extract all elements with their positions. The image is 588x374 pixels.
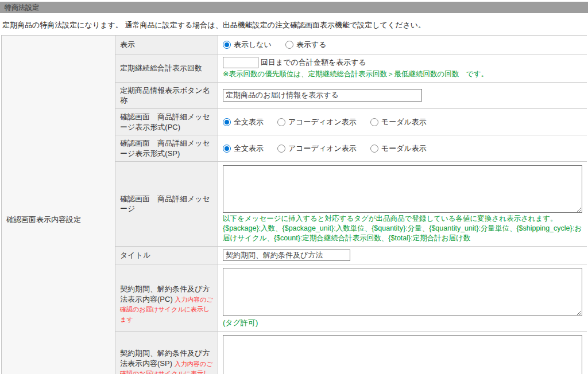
row-total-count: 定期継続総合計表示回数 回目までの合計金額を表示する ※表示回数の優先順位は、定… <box>115 54 587 83</box>
radio-unchecked-icon[interactable] <box>277 118 285 126</box>
row-message-label: 確認画面 商品詳細メッセージ <box>120 194 213 214</box>
row-message-label-cell: 確認画面 商品詳細メッセージ <box>115 162 218 246</box>
row-pc-format-label: 確認画面 商品詳細メッセージ表示形式(PC) <box>120 112 213 132</box>
page-title: 特商法設定 <box>5 3 39 11</box>
pc-format-radio-group: 全文表示 アコーディオン表示 モーダル表示 <box>223 117 582 127</box>
title-input[interactable] <box>223 250 350 261</box>
row-total-count-label: 定期継続総合計表示回数 <box>120 63 202 73</box>
page-description: 定期商品の特商法設定になります。 通常商品に設定する場合は、出品機能設定の注文確… <box>2 20 586 30</box>
radio-display-off-label: 表示しない <box>234 40 272 50</box>
row-pc-content-label-cell: 契約期間、解約条件及び方法表示内容(PC) 入力内容のご確認のお届けサイクルに表… <box>115 264 218 331</box>
row-title-label-cell: タイトル <box>115 247 218 264</box>
row-title-label: タイトル <box>120 250 150 260</box>
row-sp-format-label-cell: 確認画面 商品詳細メッセージ表示形式(SP) <box>115 135 218 161</box>
pc-content-textarea[interactable] <box>223 268 582 316</box>
row-pc-content: 契約期間、解約条件及び方法表示内容(PC) 入力内容のご確認のお届けサイクルに表… <box>115 264 587 332</box>
radio-pc-modal-label: モーダル表示 <box>381 117 427 127</box>
row-pc-format: 確認画面 商品詳細メッセージ表示形式(PC) 全文表示 アコーディオン表示 モー… <box>115 109 587 135</box>
radio-checked-icon[interactable] <box>223 41 231 49</box>
row-sp-content-label-cell: 契約期間、解約条件及び方法表示内容(SP) 入力内容のご確認のお届けサイクルに表… <box>115 332 218 374</box>
radio-sp-modal[interactable]: モーダル表示 <box>370 143 427 154</box>
radio-sp-accordion-label: アコーディオン表示 <box>288 143 357 154</box>
row-sp-format-label: 確認画面 商品詳細メッセージ表示形式(SP) <box>120 138 213 158</box>
row-display-label-cell: 表示 <box>115 36 218 54</box>
button-name-input[interactable] <box>223 89 422 102</box>
radio-unchecked-icon[interactable] <box>370 145 378 153</box>
radio-pc-full-label: 全文表示 <box>234 117 264 127</box>
radio-sp-modal-label: モーダル表示 <box>381 143 427 154</box>
message-textarea[interactable] <box>223 165 582 213</box>
radio-unchecked-icon[interactable] <box>285 41 293 49</box>
row-button-name: 定期商品情報表示ボタン名称 <box>115 83 587 109</box>
row-button-name-label-cell: 定期商品情報表示ボタン名称 <box>115 83 218 108</box>
row-title: タイトル <box>115 247 587 264</box>
sp-content-textarea[interactable] <box>223 335 582 374</box>
radio-pc-accordion[interactable]: アコーディオン表示 <box>277 117 357 127</box>
row-total-count-label-cell: 定期継続総合計表示回数 <box>115 54 218 82</box>
radio-pc-modal[interactable]: モーダル表示 <box>370 117 427 127</box>
row-message: 確認画面 商品詳細メッセージ 以下をメッセージに挿入すると対応するタグが出品商品… <box>115 162 587 247</box>
radio-pc-accordion-label: アコーディオン表示 <box>288 117 357 127</box>
radio-pc-full[interactable]: 全文表示 <box>223 117 264 127</box>
pc-content-tag-note: (タグ許可) <box>223 318 582 328</box>
radio-sp-accordion[interactable]: アコーディオン表示 <box>277 143 357 154</box>
display-radio-group: 表示しない 表示する <box>223 40 582 50</box>
message-note-2: {$package}:入数、{$package_unit}:入数単位、{$qua… <box>223 224 582 243</box>
row-button-name-label: 定期商品情報表示ボタン名称 <box>120 85 213 106</box>
radio-unchecked-icon[interactable] <box>370 118 378 126</box>
row-sp-content: 契約期間、解約条件及び方法表示内容(SP) 入力内容のご確認のお届けサイクルに表… <box>115 332 587 374</box>
radio-display-on[interactable]: 表示する <box>285 40 327 50</box>
settings-form: 表示 表示しない 表示する 定期継続総合計表示回数 <box>115 36 587 374</box>
sp-format-radio-group: 全文表示 アコーディオン表示 モーダル表示 <box>223 143 582 154</box>
row-sp-format: 確認画面 商品詳細メッセージ表示形式(SP) 全文表示 アコーディオン表示 モー… <box>115 135 587 162</box>
total-count-input[interactable] <box>223 57 258 68</box>
radio-sp-full[interactable]: 全文表示 <box>223 143 264 154</box>
total-count-note: ※表示回数の優先順位は、定期継続総合計表示回数＞最低継続回数の回数 です。 <box>223 69 582 79</box>
radio-checked-icon[interactable] <box>223 145 231 153</box>
radio-display-on-label: 表示する <box>296 40 327 50</box>
settings-panel: 確認画面表示内容設定 表示 表示しない 表示する <box>1 35 587 374</box>
section-group-label: 確認画面表示内容設定 <box>6 215 81 225</box>
section-header-bar: 特商法設定 <box>0 2 588 13</box>
total-count-suffix: 回目までの合計金額を表示する <box>261 57 366 68</box>
message-note-1: 以下をメッセージに挿入すると対応するタグが出品商品で登録している各値に変換され表… <box>223 214 582 224</box>
section-group-cell: 確認画面表示内容設定 <box>2 36 115 374</box>
row-display-label-text: 表示 <box>120 40 135 50</box>
radio-display-off[interactable]: 表示しない <box>223 40 272 50</box>
radio-sp-full-label: 全文表示 <box>234 143 264 154</box>
radio-unchecked-icon[interactable] <box>277 145 285 153</box>
row-pc-format-label-cell: 確認画面 商品詳細メッセージ表示形式(PC) <box>115 109 218 135</box>
radio-checked-icon[interactable] <box>223 118 231 126</box>
row-display: 表示 表示しない 表示する <box>115 36 587 54</box>
